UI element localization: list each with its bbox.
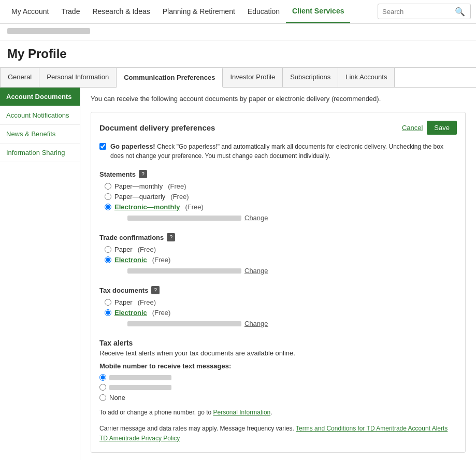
trade-paper-free: (Free) xyxy=(138,246,156,253)
tax-change-row: Change xyxy=(105,319,457,327)
statements-paper-monthly-row: Paper—monthly (Free) xyxy=(105,182,457,190)
sidebar-item-account-documents[interactable]: Account Documents xyxy=(0,88,80,106)
tax-paper-row: Paper (Free) xyxy=(105,298,457,306)
search-box: 🔍 xyxy=(378,4,471,19)
main-layout: Account Documents Account Notifications … xyxy=(0,88,476,460)
trade-electronic-free: (Free) xyxy=(152,256,170,264)
trade-confirmations-section: Trade confirmations ? Paper (Free) Elect… xyxy=(99,233,457,275)
sidebar-item-information-sharing[interactable]: Information Sharing xyxy=(0,144,80,162)
tab-investor-profile[interactable]: Investor Profile xyxy=(223,68,283,87)
nav-research-ideas[interactable]: Research & Ideas xyxy=(86,0,156,23)
phone-option-2-radio[interactable] xyxy=(99,384,106,391)
phone-option-1-row xyxy=(99,374,457,381)
sidebar-item-news-benefits[interactable]: News & Benefits xyxy=(0,125,80,144)
trade-confirmations-header: Trade confirmations ? xyxy=(99,233,457,241)
tax-documents-header: Tax documents ? xyxy=(99,286,457,294)
trade-account-bar xyxy=(127,268,241,274)
tax-documents-help-icon[interactable]: ? xyxy=(151,286,160,294)
trade-change-row: Change xyxy=(105,266,457,275)
tab-subscriptions[interactable]: Subscriptions xyxy=(283,68,338,87)
trade-confirmations-title: Trade confirmations xyxy=(99,234,164,241)
tax-change-link[interactable]: Change xyxy=(244,320,268,327)
trade-paper-radio[interactable] xyxy=(105,246,111,253)
statements-account-bar xyxy=(127,216,241,221)
footer-note-1: To add or change a phone number, go to P… xyxy=(99,408,457,418)
nav-my-account[interactable]: My Account xyxy=(5,0,55,23)
phone-none-label: None xyxy=(109,394,125,402)
content-area: You can receive the following account do… xyxy=(80,88,476,460)
tax-electronic-radio[interactable] xyxy=(105,309,111,316)
tax-alerts-section: Tax alerts Receive text alerts when your… xyxy=(99,339,457,444)
statements-paper-monthly-label: Paper—monthly xyxy=(114,182,163,190)
nav-planning-retirement[interactable]: Planning & Retirement xyxy=(156,0,241,23)
trade-change-link[interactable]: Change xyxy=(244,267,268,275)
tax-documents-options: Paper (Free) Electronic (Free) Change xyxy=(99,298,457,327)
statements-paper-quarterly-free: (Free) xyxy=(170,193,189,200)
nav-trade[interactable]: Trade xyxy=(55,0,86,23)
statements-change-link[interactable]: Change xyxy=(244,214,268,222)
go-paperless-description: Check "Go paperless!" and automatically … xyxy=(110,143,443,160)
tax-paper-free: (Free) xyxy=(138,298,156,306)
phone-none-row: None xyxy=(99,394,457,402)
statements-options: Paper—monthly (Free) Paper—quarterly (Fr… xyxy=(99,182,457,222)
trade-electronic-row: Electronic (Free) xyxy=(105,256,457,264)
phone-option-1-bar xyxy=(109,375,171,380)
statements-section: Statements ? Paper—monthly (Free) Paper—… xyxy=(99,170,457,222)
statements-paper-monthly-radio[interactable] xyxy=(105,183,111,190)
personal-information-link[interactable]: Personal Information xyxy=(213,409,271,416)
trade-confirmations-help-icon[interactable]: ? xyxy=(167,233,175,241)
tax-electronic-free: (Free) xyxy=(152,309,170,317)
sidebar-item-account-notifications[interactable]: Account Notifications xyxy=(0,106,80,125)
statements-paper-quarterly-radio[interactable] xyxy=(105,193,111,200)
go-paperless-label: Go paperless! xyxy=(110,142,155,150)
privacy-policy-link[interactable]: TD Ameritrade Privacy Policy xyxy=(99,435,180,442)
search-input[interactable] xyxy=(382,8,455,16)
pref-actions: Cancel Save xyxy=(402,121,457,135)
tab-personal-information[interactable]: Personal Information xyxy=(39,68,117,87)
footer-note-2: Carrier message and data rates may apply… xyxy=(99,424,457,443)
statements-paper-quarterly-label: Paper—quarterly xyxy=(114,193,165,200)
go-paperless-row: Go paperless! Check "Go paperless!" and … xyxy=(99,142,457,161)
trade-confirmations-options: Paper (Free) Electronic (Free) Change xyxy=(99,246,457,275)
sidebar: Account Documents Account Notifications … xyxy=(0,88,80,460)
tax-paper-label: Paper xyxy=(114,298,133,306)
statements-help-icon[interactable]: ? xyxy=(139,170,147,178)
statements-change-row: Change xyxy=(105,213,457,222)
tax-alerts-title: Tax alerts xyxy=(99,339,457,347)
tab-communication-preferences[interactable]: Communication Preferences xyxy=(117,68,223,88)
tax-alerts-description: Receive text alerts when your tax docume… xyxy=(99,349,457,357)
tab-general[interactable]: General xyxy=(0,68,39,87)
save-button[interactable]: Save xyxy=(427,121,457,135)
tab-link-accounts[interactable]: Link Accounts xyxy=(338,68,395,87)
trade-electronic-radio[interactable] xyxy=(105,256,111,263)
statements-header: Statements ? xyxy=(99,170,457,178)
statements-electronic-monthly-free: (Free) xyxy=(185,203,203,211)
statements-electronic-monthly-radio[interactable] xyxy=(105,204,111,210)
pref-header: Document delivery preferences Cancel Sav… xyxy=(99,121,457,135)
statements-paper-quarterly-row: Paper—quarterly (Free) xyxy=(105,193,457,200)
phone-option-1-radio[interactable] xyxy=(99,374,106,381)
content-intro: You can receive the following account do… xyxy=(91,95,466,103)
statements-electronic-monthly-row: Electronic—monthly (Free) xyxy=(105,203,457,211)
user-bar-text xyxy=(7,28,90,34)
page-title: My Profile xyxy=(7,47,469,67)
phone-option-2-row xyxy=(99,384,457,391)
trade-electronic-label: Electronic xyxy=(114,256,147,264)
go-paperless-checkbox[interactable] xyxy=(99,143,106,150)
statements-electronic-monthly-label: Electronic—monthly xyxy=(114,203,180,211)
tax-electronic-label: Electronic xyxy=(114,309,147,317)
trade-paper-label: Paper xyxy=(114,246,133,253)
nav-education[interactable]: Education xyxy=(241,0,286,23)
search-icon[interactable]: 🔍 xyxy=(455,7,465,17)
pref-box: Document delivery preferences Cancel Sav… xyxy=(91,112,466,453)
trade-paper-row: Paper (Free) xyxy=(105,246,457,253)
tax-account-bar xyxy=(127,321,241,326)
cancel-link[interactable]: Cancel xyxy=(402,124,423,132)
tax-paper-radio[interactable] xyxy=(105,299,111,306)
phone-none-radio[interactable] xyxy=(99,394,106,401)
nav-client-services[interactable]: Client Services xyxy=(286,0,350,23)
statements-paper-monthly-free: (Free) xyxy=(168,182,186,190)
phone-option-2-bar xyxy=(109,385,171,390)
pref-title: Document delivery preferences xyxy=(99,123,215,132)
terms-conditions-link[interactable]: Terms and Conditions for TD Ameritrade A… xyxy=(296,425,448,432)
